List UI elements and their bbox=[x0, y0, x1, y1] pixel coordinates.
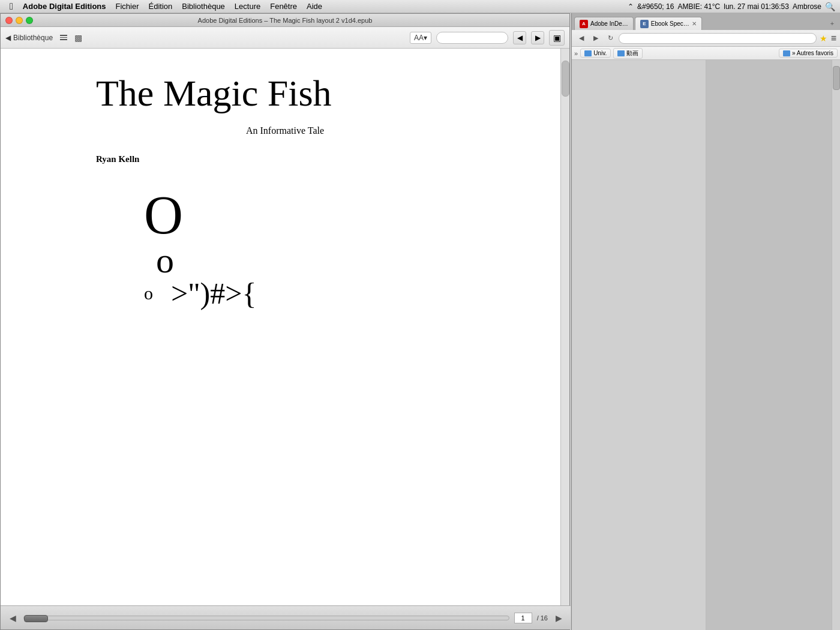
right-content-inner bbox=[572, 60, 840, 630]
search-icon[interactable]: 🔍 bbox=[825, 2, 835, 11]
ade-toolbar: ◀ Bibliothèque ▩ AA▾ ◀ ▶ ▣ bbox=[1, 27, 569, 49]
username: Ambrose bbox=[793, 2, 821, 11]
fish-o-medium: o bbox=[156, 242, 474, 278]
ade-bottombar: ◀ / 16 ▶ bbox=[1, 605, 571, 629]
folder-icon-1 bbox=[617, 50, 625, 56]
page-count: / 16 bbox=[537, 614, 548, 622]
next-page-button[interactable]: ▶ bbox=[531, 31, 544, 44]
browser-forward-button[interactable]: ▶ bbox=[590, 32, 602, 44]
tab-label-0: Adobe InDe… bbox=[590, 20, 628, 27]
scrollbar-thumb[interactable] bbox=[562, 61, 569, 97]
back-to-library-button[interactable]: ◀ Bibliothèque bbox=[5, 34, 53, 42]
back-label: Bibliothèque bbox=[13, 34, 53, 42]
progress-thumb[interactable] bbox=[24, 615, 48, 622]
new-tab-button[interactable]: + bbox=[827, 18, 838, 29]
bookmark-label-1: 動画 bbox=[626, 49, 638, 58]
apple-menu[interactable]:  bbox=[5, 0, 18, 13]
view-list-button[interactable] bbox=[58, 32, 70, 43]
bottombar-next-button[interactable]: ▶ bbox=[553, 612, 565, 624]
menu-lecture[interactable]: Lecture bbox=[230, 0, 265, 13]
bookmark-univ[interactable]: Univ. bbox=[580, 49, 611, 58]
wifi-icon: ⌃ bbox=[628, 2, 634, 11]
close-button[interactable] bbox=[5, 17, 13, 24]
book-subtitle: An Informative Tale bbox=[96, 125, 474, 136]
browser-toolbar: ◀ ▶ ↻ ★ ≡ bbox=[572, 30, 840, 47]
menu-aide[interactable]: Aide bbox=[302, 0, 327, 13]
book-title: The Magic Fish bbox=[96, 73, 474, 113]
fish-o-small: o bbox=[144, 284, 153, 302]
bookmark-autres-favoris[interactable]: » Autres favoris bbox=[779, 49, 838, 58]
tab-favicon-1: E bbox=[640, 20, 649, 28]
camera-button[interactable]: ▣ bbox=[549, 30, 565, 46]
progress-track[interactable] bbox=[23, 616, 509, 620]
browser-tab-0[interactable]: A Adobe InDe… bbox=[574, 17, 634, 30]
maximize-button[interactable] bbox=[26, 17, 33, 24]
fish-ascii-art: O o o >")#>{ bbox=[144, 188, 474, 308]
browser-back-button[interactable]: ◀ bbox=[575, 32, 587, 44]
temperature-indicator: AMBIE: 41°C bbox=[677, 2, 720, 11]
ade-titlebar: Adobe Digital Editions – The Magic Fish … bbox=[1, 14, 569, 27]
search-input[interactable] bbox=[436, 32, 508, 44]
datetime: lun. 27 mai 01:36:53 bbox=[724, 2, 789, 11]
browser-address-bar[interactable] bbox=[619, 33, 817, 44]
menubar-right: ⌃ &#9650; 16 AMBIE: 41°C lun. 27 mai 01:… bbox=[628, 2, 835, 11]
fish-o-large: O bbox=[144, 188, 474, 242]
view-chart-button[interactable]: ▩ bbox=[74, 33, 82, 43]
app-menu-ade[interactable]: Adobe Digital Editions bbox=[18, 0, 111, 13]
prev-page-button[interactable]: ◀ bbox=[513, 31, 526, 44]
bookmark-label-0: Univ. bbox=[593, 50, 607, 56]
page-number-input[interactable] bbox=[514, 613, 532, 623]
macos-menubar:  Adobe Digital Editions Fichier Édition… bbox=[0, 0, 840, 13]
book-author: Ryan Kelln bbox=[96, 154, 474, 164]
menu-edition[interactable]: Édition bbox=[144, 0, 178, 13]
book-page: The Magic Fish An Informative Tale Ryan … bbox=[60, 49, 510, 605]
browser-tab-1[interactable]: E Ebook Spec… ✕ bbox=[635, 17, 702, 30]
bookmarks-bar: » Univ. 動画 » Autres favoris bbox=[572, 47, 840, 60]
folder-icon-2 bbox=[783, 50, 790, 56]
content-scrollbar[interactable] bbox=[560, 49, 569, 605]
right-scrollbar-thumb[interactable] bbox=[833, 66, 840, 90]
tab-favicon-text-0: A bbox=[582, 21, 586, 26]
window-title: Adobe Digital Editions – The Magic Fish … bbox=[198, 17, 373, 24]
bookmarks-expand-button[interactable]: » bbox=[574, 50, 578, 57]
menu-fenetre[interactable]: Fenêtre bbox=[265, 0, 302, 13]
bookmark-star-icon[interactable]: ★ bbox=[819, 34, 829, 43]
ade-window: Adobe Digital Editions – The Magic Fish … bbox=[0, 13, 570, 630]
tab-favicon-0: A bbox=[580, 20, 588, 28]
right-panel-scrollbar[interactable] bbox=[832, 60, 840, 630]
fish-ascii: >")#>{ bbox=[171, 278, 256, 308]
right-col-left bbox=[572, 60, 706, 630]
list-icon bbox=[58, 32, 70, 43]
bookmark-label-2: » Autres favoris bbox=[792, 50, 833, 56]
signal-indicator: &#9650; 16 bbox=[637, 2, 674, 11]
menu-bibliotheque[interactable]: Bibliothèque bbox=[177, 0, 230, 13]
browser-menu-button[interactable]: ≡ bbox=[831, 33, 836, 44]
minimize-button[interactable] bbox=[16, 17, 23, 24]
right-col-right bbox=[706, 60, 840, 630]
browser-refresh-button[interactable]: ↻ bbox=[604, 32, 616, 44]
book-content-area: The Magic Fish An Informative Tale Ryan … bbox=[1, 49, 569, 605]
tab-close-button[interactable]: ✕ bbox=[692, 20, 697, 27]
right-content-area bbox=[572, 60, 840, 630]
camera-icon: ▣ bbox=[553, 33, 561, 43]
tab-label-1: Ebook Spec… bbox=[651, 20, 689, 27]
bottombar-prev-button[interactable]: ◀ bbox=[7, 612, 19, 624]
back-arrow-icon: ◀ bbox=[5, 34, 11, 42]
menu-fichier[interactable]: Fichier bbox=[111, 0, 144, 13]
tab-controls: + bbox=[827, 18, 838, 30]
bookmark-video[interactable]: 動画 bbox=[613, 48, 643, 59]
fish-row: o >")#>{ bbox=[144, 278, 474, 308]
font-size-button[interactable]: AA▾ bbox=[410, 32, 431, 44]
browser-tabs-bar: A Adobe InDe… E Ebook Spec… ✕ + bbox=[572, 13, 840, 30]
right-browser-panel: A Adobe InDe… E Ebook Spec… ✕ + ◀ ▶ ↻ ★ … bbox=[571, 13, 840, 630]
folder-icon bbox=[584, 50, 592, 56]
tab-favicon-text-1: E bbox=[643, 21, 646, 26]
window-controls[interactable] bbox=[5, 17, 33, 24]
chart-icon: ▩ bbox=[74, 33, 82, 43]
